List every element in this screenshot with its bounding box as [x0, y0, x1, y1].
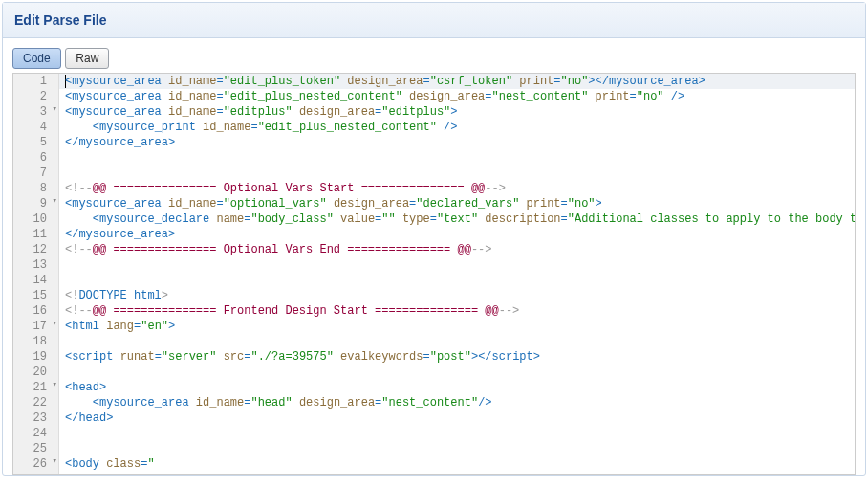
- line-number: 5: [13, 135, 59, 150]
- code-editor[interactable]: 1<mysource_area id_name="edit_plus_token…: [12, 73, 856, 475]
- code-content[interactable]: <!--@@ =============== Frontend Design S…: [59, 303, 855, 319]
- code-content[interactable]: [59, 426, 855, 441]
- code-content[interactable]: [59, 273, 855, 288]
- code-line[interactable]: 18: [13, 334, 855, 349]
- line-number: 19: [13, 349, 59, 365]
- line-number: 11: [13, 227, 59, 242]
- code-content[interactable]: </mysource_area>: [59, 135, 855, 150]
- code-content[interactable]: [59, 150, 855, 166]
- line-number: 20: [13, 365, 59, 380]
- code-content[interactable]: </mysource_area>: [59, 227, 855, 242]
- line-number: 16: [13, 303, 59, 319]
- code-content[interactable]: <body class=": [59, 456, 855, 472]
- code-content[interactable]: <mysource_area id_name="optional_vars" d…: [59, 196, 855, 211]
- code-content[interactable]: <script runat="server" src="./?a=39575" …: [59, 349, 855, 365]
- code-content[interactable]: [59, 334, 855, 349]
- line-number: 25: [13, 441, 59, 456]
- line-number: 10: [13, 211, 59, 227]
- fold-toggle-icon[interactable]: ▾: [53, 457, 57, 466]
- code-line[interactable]: 26▾<body class=": [13, 456, 855, 472]
- line-number: 13: [13, 257, 59, 273]
- code-line[interactable]: 12<!--@@ =============== Optional Vars E…: [13, 242, 855, 257]
- tab-raw[interactable]: Raw: [65, 48, 109, 69]
- code-content[interactable]: <mysource_print id_name="edit_plus_neste…: [59, 120, 855, 135]
- code-content[interactable]: <mysource_area id_name="editplus" design…: [59, 104, 855, 120]
- code-line[interactable]: 27 %frontend_asset_assetid^replace_keywo…: [13, 472, 855, 475]
- code-line[interactable]: 16<!--@@ =============== Frontend Design…: [13, 303, 855, 319]
- code-line[interactable]: 15<!DOCTYPE html>: [13, 288, 855, 303]
- fold-toggle-icon[interactable]: ▾: [53, 105, 57, 114]
- code-content[interactable]: <!--@@ =============== Optional Vars End…: [59, 242, 855, 257]
- panel-title: Edit Parse File: [3, 3, 865, 38]
- line-number: 27: [13, 472, 59, 475]
- code-content[interactable]: [59, 166, 855, 181]
- code-line[interactable]: 1<mysource_area id_name="edit_plus_token…: [13, 74, 855, 89]
- line-number: 9▾: [13, 196, 59, 211]
- code-content[interactable]: [59, 441, 855, 456]
- code-line[interactable]: 5</mysource_area>: [13, 135, 855, 150]
- code-line[interactable]: 9▾<mysource_area id_name="optional_vars"…: [13, 196, 855, 211]
- code-content[interactable]: [59, 365, 855, 380]
- line-number: 21▾: [13, 380, 59, 395]
- line-number: 17▾: [13, 319, 59, 334]
- code-content[interactable]: <mysource_area id_name="edit_plus_nested…: [59, 89, 855, 104]
- code-line[interactable]: 14: [13, 273, 855, 288]
- panel-body: Code Raw 1<mysource_area id_name="edit_p…: [3, 38, 865, 475]
- code-line[interactable]: 21▾<head>: [13, 380, 855, 395]
- code-line[interactable]: 19<script runat="server" src="./?a=39575…: [13, 349, 855, 365]
- line-number: 22: [13, 395, 59, 410]
- code-line[interactable]: 22 <mysource_area id_name="head" design_…: [13, 395, 855, 410]
- fold-toggle-icon[interactable]: ▾: [53, 381, 57, 389]
- tabs: Code Raw: [12, 48, 856, 69]
- code-line[interactable]: 11</mysource_area>: [13, 227, 855, 242]
- code-line[interactable]: 8<!--@@ =============== Optional Vars St…: [13, 181, 855, 196]
- tab-code[interactable]: Code: [12, 48, 61, 69]
- line-number: 26▾: [13, 456, 59, 472]
- code-content[interactable]: <head>: [59, 380, 855, 395]
- code-line[interactable]: 7: [13, 166, 855, 181]
- code-line[interactable]: 24: [13, 426, 855, 441]
- line-number: 24: [13, 426, 59, 441]
- line-number: 4: [13, 120, 59, 135]
- line-number: 3▾: [13, 104, 59, 120]
- line-number: 2: [13, 89, 59, 104]
- line-number: 8: [13, 181, 59, 196]
- code-line[interactable]: 17▾<html lang="en">: [13, 319, 855, 334]
- edit-parse-file-panel: Edit Parse File Code Raw 1<mysource_area…: [2, 2, 866, 476]
- code-line[interactable]: 20: [13, 365, 855, 380]
- code-content[interactable]: <mysource_area id_name="head" design_are…: [59, 395, 855, 410]
- code-content[interactable]: <html lang="en">: [59, 319, 855, 334]
- code-line[interactable]: 25: [13, 441, 855, 456]
- fold-toggle-icon[interactable]: ▾: [53, 320, 57, 328]
- code-content[interactable]: <!DOCTYPE html>: [59, 288, 855, 303]
- code-content[interactable]: %frontend_asset_assetid^replace_keywords…: [59, 472, 856, 475]
- line-number: 7: [13, 166, 59, 181]
- code-line[interactable]: 6: [13, 150, 855, 166]
- code-content[interactable]: </head>: [59, 410, 855, 426]
- code-content[interactable]: <!--@@ =============== Optional Vars Sta…: [59, 181, 855, 196]
- code-content[interactable]: <mysource_declare name="body_class" valu…: [59, 211, 856, 227]
- line-number: 14: [13, 273, 59, 288]
- code-content[interactable]: <mysource_area id_name="edit_plus_token"…: [59, 74, 855, 89]
- code-line[interactable]: 2<mysource_area id_name="edit_plus_neste…: [13, 89, 855, 104]
- code-content[interactable]: [59, 257, 855, 273]
- line-number: 23: [13, 410, 59, 426]
- line-number: 1: [13, 74, 59, 89]
- line-number: 15: [13, 288, 59, 303]
- fold-toggle-icon[interactable]: ▾: [53, 197, 57, 206]
- line-number: 6: [13, 150, 59, 166]
- code-line[interactable]: 10 <mysource_declare name="body_class" v…: [13, 211, 855, 227]
- code-line[interactable]: 23</head>: [13, 410, 855, 426]
- line-number: 18: [13, 334, 59, 349]
- code-line[interactable]: 13: [13, 257, 855, 273]
- code-line[interactable]: 4 <mysource_print id_name="edit_plus_nes…: [13, 120, 855, 135]
- code-line[interactable]: 3▾<mysource_area id_name="editplus" desi…: [13, 104, 855, 120]
- line-number: 12: [13, 242, 59, 257]
